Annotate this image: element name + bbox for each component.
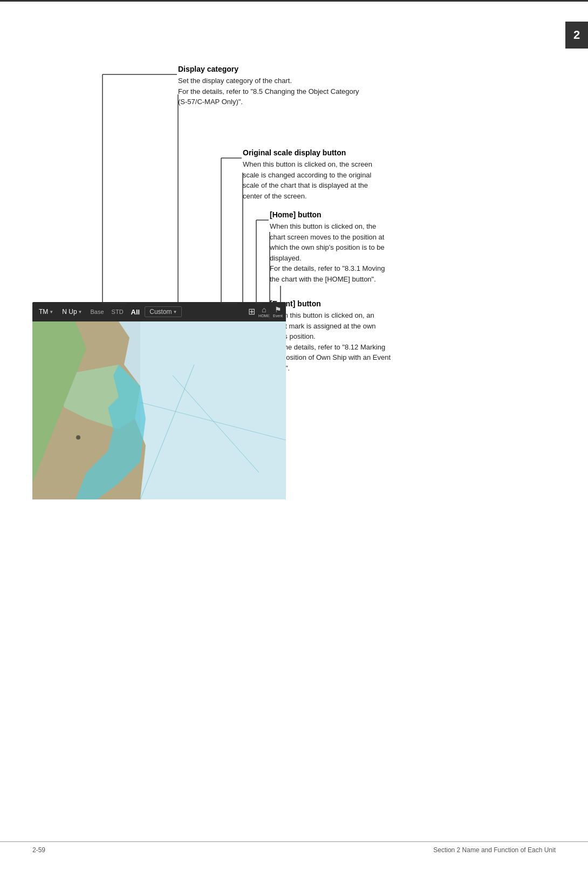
- event-button-annotation: [Event] button When this button is click…: [270, 299, 391, 373]
- top-border: [0, 0, 588, 2]
- original-scale-title: Original scale display button: [243, 148, 372, 157]
- display-category-annotation: Display category Set the display categor…: [178, 65, 359, 107]
- map-svg: [32, 321, 286, 499]
- nup-button[interactable]: N Up ▼: [59, 307, 85, 317]
- chart-map: [32, 321, 286, 499]
- page-number: 2-59: [32, 846, 45, 854]
- event-icon-btn[interactable]: ⚑ Event: [273, 306, 283, 318]
- chart-ui: TM ▼ N Up ▼ Base STD All Custom ▼: [32, 302, 286, 499]
- home-icon: ⌂: [262, 306, 266, 313]
- event-button-title: [Event] button: [270, 299, 391, 308]
- svg-point-12: [76, 435, 80, 440]
- home-icon-btn[interactable]: ⌂ HOME: [258, 306, 270, 318]
- event-icon: ⚑: [275, 306, 282, 313]
- footer-section-text: Section 2 Name and Function of Each Unit: [433, 846, 556, 854]
- section-number-tab: 2: [565, 22, 588, 49]
- scale-icon-btn[interactable]: ⊞: [248, 307, 255, 316]
- custom-dropdown-arrow: ▼: [173, 310, 177, 314]
- home-button-title: [Home] button: [270, 210, 385, 219]
- toolbar-icon-group: ⊞ ⌂ HOME ⚑ Event: [248, 306, 283, 318]
- nup-dropdown-arrow: ▼: [78, 310, 83, 314]
- base-button[interactable]: Base: [88, 307, 107, 316]
- svg-rect-7: [140, 321, 286, 499]
- display-category-title: Display category: [178, 65, 359, 73]
- all-button[interactable]: All: [128, 307, 143, 317]
- event-button-body: When this button is clicked on, an event…: [270, 310, 391, 373]
- home-button-body: When this button is clicked on, the char…: [270, 221, 385, 284]
- display-category-body: Set the display category of the chart. F…: [178, 76, 359, 107]
- footer: 2-59 Section 2 Name and Function of Each…: [0, 841, 588, 854]
- home-button-annotation: [Home] button When this button is clicke…: [270, 210, 385, 284]
- tm-button[interactable]: TM ▼: [36, 307, 57, 317]
- std-button[interactable]: STD: [109, 307, 126, 316]
- chart-toolbar: TM ▼ N Up ▼ Base STD All Custom ▼: [32, 302, 286, 321]
- tm-dropdown-arrow: ▼: [49, 310, 53, 314]
- scale-icon: ⊞: [248, 307, 255, 316]
- custom-button[interactable]: Custom ▼: [145, 306, 182, 317]
- original-scale-annotation: Original scale display button When this …: [243, 148, 372, 201]
- original-scale-body: When this button is clicked on, the scre…: [243, 159, 372, 201]
